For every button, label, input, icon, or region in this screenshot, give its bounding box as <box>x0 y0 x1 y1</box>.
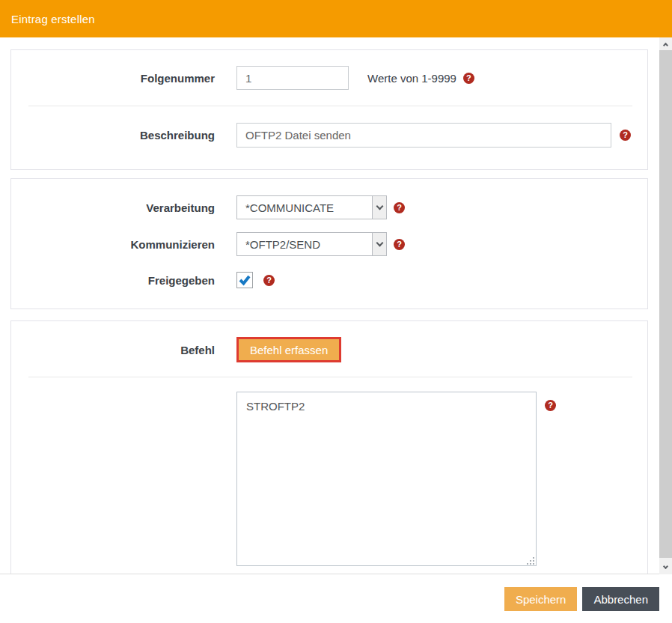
panel-general: Folgenummer Werte von 1-9999 ? Beschreib… <box>10 49 648 170</box>
row-folgenummer: Folgenummer Werte von 1-9999 ? <box>11 50 647 106</box>
row-beschreibung: Beschreibung ? <box>11 106 647 169</box>
page-title: Eintrag erstellen <box>11 13 95 25</box>
verarbeitung-label: Verarbeitung <box>11 201 215 214</box>
row-command-text: STROFTP2 ? <box>11 377 647 574</box>
kommunizieren-label: Kommunizieren <box>11 238 215 251</box>
freigegeben-checkbox[interactable] <box>236 272 253 288</box>
chevron-down-icon <box>372 233 386 255</box>
create-entry-dialog: Eintrag erstellen Folgenummer Werte von … <box>0 0 672 623</box>
cancel-button[interactable]: Abbrechen <box>582 587 659 611</box>
befehl-label: Befehl <box>11 344 215 356</box>
row-befehl: Befehl Befehl erfassen <box>11 321 647 377</box>
verarbeitung-select[interactable]: *COMMUNICATE <box>236 195 387 219</box>
save-button[interactable]: Speichern <box>504 587 578 611</box>
folgenummer-input[interactable] <box>236 66 349 90</box>
folgenummer-label: Folgenummer <box>11 72 215 85</box>
help-icon[interactable]: ? <box>263 275 275 286</box>
dialog-body: Folgenummer Werte von 1-9999 ? Beschreib… <box>0 37 659 574</box>
kommunizieren-select[interactable]: *OFTP2/SEND <box>236 232 387 256</box>
row-freigegeben: Freigegeben ? <box>11 256 647 309</box>
command-textarea-wrap: STROFTP2 <box>236 392 537 569</box>
scroll-down-icon[interactable] <box>659 562 672 574</box>
resize-grip-icon[interactable] <box>527 557 534 565</box>
help-icon[interactable]: ? <box>394 202 405 213</box>
verarbeitung-selected-value: *COMMUNICATE <box>237 201 372 214</box>
panel-command: Befehl Befehl erfassen STROFTP2 ? <box>10 320 648 574</box>
checkmark-icon <box>238 273 251 287</box>
row-verarbeitung: Verarbeitung *COMMUNICATE ? <box>11 179 647 219</box>
scrollbar-thumb[interactable] <box>659 50 672 558</box>
help-icon[interactable]: ? <box>545 400 556 411</box>
help-icon[interactable]: ? <box>463 73 474 84</box>
help-icon[interactable]: ? <box>620 130 631 141</box>
befehl-erfassen-button[interactable]: Befehl erfassen <box>236 337 341 362</box>
beschreibung-label: Beschreibung <box>11 129 215 142</box>
scrollbar[interactable] <box>659 37 672 574</box>
beschreibung-input[interactable] <box>236 123 611 148</box>
dialog-header: Eintrag erstellen <box>0 0 672 37</box>
chevron-down-icon <box>372 196 386 219</box>
row-kommunizieren: Kommunizieren *OFTP2/SEND ? <box>11 219 647 256</box>
folgenummer-hint: Werte von 1-9999 <box>367 72 456 85</box>
dialog-footer: Speichern Abbrechen <box>0 574 672 623</box>
panel-processing: Verarbeitung *COMMUNICATE ? Kommuniziere… <box>10 178 648 309</box>
freigegeben-label: Freigegeben <box>11 274 215 287</box>
scroll-up-icon[interactable] <box>659 37 672 50</box>
kommunizieren-selected-value: *OFTP2/SEND <box>237 238 372 251</box>
command-textarea[interactable]: STROFTP2 <box>236 392 537 566</box>
help-icon[interactable]: ? <box>394 239 405 250</box>
